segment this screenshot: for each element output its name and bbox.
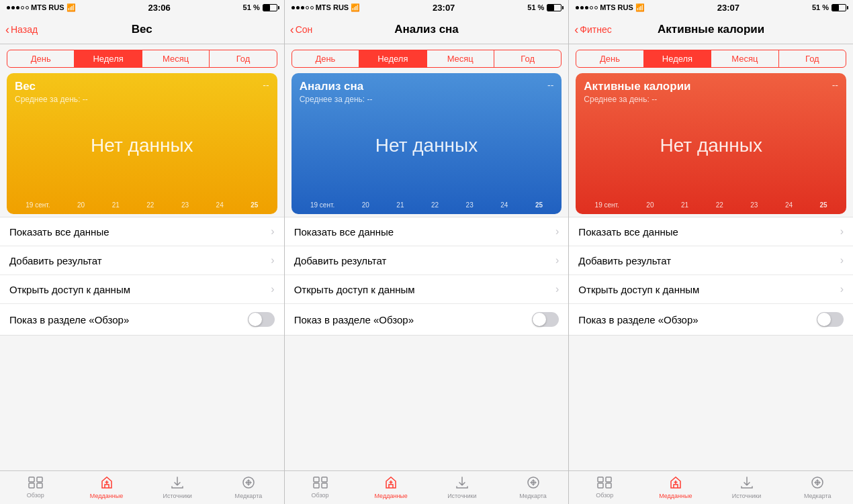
segment-btn-месяц[interactable]: Месяц [142,50,210,67]
menu-item-1[interactable]: Добавить результат › [569,246,853,275]
phones-container: MTS RUS 📶 23:06 51 % ‹НазадВесДеньНеделя… [0,0,853,504]
svg-rect-12 [598,477,603,482]
segment-btn-год[interactable]: Год [779,50,846,67]
axis-label: 25 [820,201,827,209]
overview-toggle[interactable] [817,312,844,327]
toggle-knob [249,313,262,326]
dot4 [590,6,593,9]
tab-label: Медданные [375,493,408,499]
tab-item-источники[interactable]: Источники [711,476,782,499]
overview-toggle[interactable] [532,312,559,327]
chart-card: Активные калории Среднее за день: -- -- … [576,73,846,214]
tab-item-медкарта[interactable]: Медкарта [498,476,569,499]
menu-item-0[interactable]: Показать все данные › [285,217,569,246]
battery-percent: 51 % [243,3,260,11]
battery-icon [263,4,277,11]
overview-icon [28,476,43,491]
card-dash: -- [263,80,269,91]
menu-item-0[interactable]: Показать все данные › [0,217,284,246]
battery-icon [547,4,562,11]
menu-item-2[interactable]: Открыть доступ к данным › [569,275,853,304]
segment-btn-неделя[interactable]: Неделя [75,50,142,67]
status-bar: MTS RUS 📶 23:07 51 % [569,0,853,15]
chart-axis: 19 сент.202122232425 [7,201,277,209]
axis-label: 22 [716,201,723,209]
nav-title: Вес [132,23,152,36]
signal-dots [291,6,314,9]
segment-btn-неделя[interactable]: Неделя [644,50,711,67]
axis-label: 21 [112,201,120,209]
nav-back-button[interactable]: ‹Фитнес [574,23,611,36]
axis-label: 21 [396,201,404,209]
svg-rect-2 [29,483,34,488]
signal-dots [7,6,29,9]
axis-label: 20 [362,201,369,209]
tab-item-медданные[interactable]: Медданные [355,476,426,499]
wifi-icon: 📶 [66,3,76,12]
tab-item-медданные[interactable]: Медданные [71,476,142,499]
segment-btn-год[interactable]: Год [494,50,561,67]
menu-list: Показать все данные › Добавить результат… [569,217,853,336]
dot3 [301,6,304,9]
card-dash: -- [832,80,838,91]
axis-label: 23 [466,201,474,209]
battery-percent: 51 % [812,3,829,11]
segment-btn-год[interactable]: Год [210,50,276,67]
menu-item-1[interactable]: Добавить результат › [285,246,569,275]
nav-back-button[interactable]: ‹Сон [290,23,313,36]
menu-item-label: Показать все данные [294,226,394,238]
menu-item-toggle: Показ в разделе «Обзор» [0,304,284,335]
back-chevron-icon: ‹ [290,23,294,36]
dot2 [296,6,300,9]
menu-item-2[interactable]: Открыть доступ к данным › [0,275,284,304]
tab-item-медданные[interactable]: Медданные [640,476,711,499]
dot1 [291,6,295,9]
tab-item-обзор[interactable]: Обзор [0,476,71,499]
tab-item-источники[interactable]: Источники [142,476,213,499]
dot5 [594,6,598,9]
toggle-knob [817,313,831,326]
menu-item-1[interactable]: Добавить результат › [0,246,284,275]
segment-btn-день[interactable]: День [7,50,75,67]
toggle-label: Показ в разделе «Обзор» [9,314,129,325]
svg-rect-14 [598,483,603,488]
tab-item-медкарта[interactable]: Медкарта [213,476,284,499]
menu-item-label: Добавить результат [294,255,387,266]
menu-item-2[interactable]: Открыть доступ к данным › [285,275,569,304]
battery-percent: 51 % [527,3,544,11]
status-right: 51 % [812,3,846,11]
sources-icon [739,476,754,491]
tab-label: Источники [732,493,761,499]
dot5 [310,6,314,9]
segment-btn-день[interactable]: День [292,50,359,67]
tab-item-медкарта[interactable]: Медкарта [782,476,853,499]
wifi-icon: 📶 [635,3,645,12]
carrier-label: MTS RUS [600,3,633,11]
overview-icon [313,476,328,491]
segment-btn-месяц[interactable]: Месяц [711,50,778,67]
dot2 [580,6,584,9]
card-subtitle: Среднее за день: -- [584,95,838,104]
tab-label: Медкарта [804,493,832,499]
menu-item-label: Добавить результат [578,255,671,266]
tab-label: Источники [163,493,191,499]
tab-item-обзор[interactable]: Обзор [285,476,356,499]
axis-label: 23 [181,201,189,209]
segment-btn-неделя[interactable]: Неделя [359,50,426,67]
menu-item-0[interactable]: Показать все данные › [569,217,853,246]
segment-control: ДеньНеделяМесяцГод [576,50,846,68]
overview-toggle[interactable] [248,312,275,327]
segment-btn-день[interactable]: День [576,50,643,67]
back-chevron-icon: ‹ [574,23,578,36]
chevron-right-icon: › [271,225,274,238]
segment-btn-месяц[interactable]: Месяц [427,50,494,67]
tab-item-обзор[interactable]: Обзор [569,476,640,499]
sources-icon [455,476,469,491]
dot2 [11,6,15,9]
nav-back-button[interactable]: ‹Назад [5,23,38,36]
nav-title: Анализ сна [394,23,459,36]
card-title: Активные калории [584,80,838,93]
time-label: 23:07 [433,3,455,13]
tab-item-источники[interactable]: Источники [426,476,498,499]
toggle-label: Показ в разделе «Обзор» [578,314,698,325]
